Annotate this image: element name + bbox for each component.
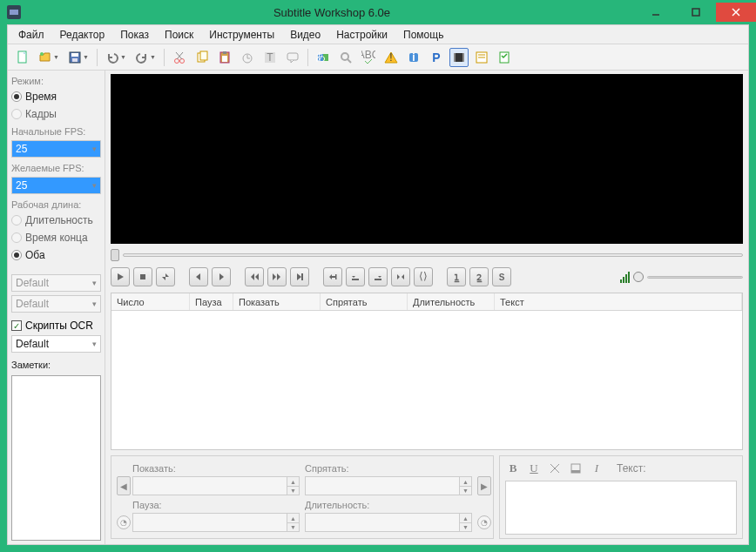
menu-editor[interactable]: Редактор (53, 27, 112, 43)
menu-settings[interactable]: Настройки (329, 27, 395, 43)
menu-file[interactable]: Файл (11, 27, 51, 43)
step-forward-button[interactable] (290, 267, 309, 286)
fastforward-button[interactable] (267, 267, 287, 286)
menu-help[interactable]: Помощь (396, 27, 450, 43)
notes-label: Заметки: (11, 360, 101, 370)
set-start-button[interactable] (346, 267, 365, 286)
duration-input[interactable]: ▲▼ (305, 513, 472, 532)
preview-icon[interactable] (472, 48, 491, 67)
play-button[interactable] (111, 267, 130, 286)
prev-sub-button[interactable] (189, 267, 208, 286)
translate-icon[interactable]: あ (314, 48, 333, 67)
minimize-button[interactable] (636, 3, 676, 22)
warning-icon[interactable]: ! (381, 48, 401, 67)
search-icon[interactable] (336, 48, 355, 67)
menu-view[interactable]: Показ (113, 27, 156, 43)
initial-fps-select[interactable]: 25 (11, 140, 101, 158)
set-end-button[interactable] (368, 267, 388, 286)
seek-track[interactable] (123, 253, 743, 257)
rewind-button[interactable] (245, 267, 264, 286)
video-preview[interactable] (111, 74, 743, 244)
seek-thumb[interactable] (111, 249, 119, 261)
timer-icon[interactable] (238, 48, 257, 67)
worklen-endtime-radio[interactable]: Время конца (11, 231, 101, 245)
sync-last-button[interactable]: 2̲ (469, 267, 489, 286)
ocr-scripts-checkbox[interactable]: ✓Скрипты OCR (11, 320, 101, 332)
col-duration[interactable]: Длительность (408, 293, 495, 310)
col-show[interactable]: Показать (233, 293, 321, 310)
col-hide[interactable]: Спрятать (321, 293, 408, 310)
svg-rect-34 (454, 53, 456, 62)
volume-knob[interactable] (633, 272, 644, 282)
close-button[interactable] (716, 3, 756, 22)
pause-clock-icon[interactable]: ◔ (117, 515, 131, 529)
italic-button[interactable]: I (589, 461, 604, 476)
worklen-duration-radio[interactable]: Длительность (11, 213, 101, 227)
add-sync-point-button[interactable]: S (492, 267, 511, 286)
undo-icon[interactable]: ▼ (103, 48, 129, 67)
sync-first-button[interactable]: 1̲ (447, 267, 466, 286)
spellcheck-icon[interactable]: ABC (359, 48, 378, 67)
show-label: Показать: (132, 463, 300, 474)
paste-icon[interactable] (215, 48, 234, 67)
video-preview-icon[interactable] (449, 48, 469, 67)
menu-video[interactable]: Видео (283, 27, 327, 43)
col-pause[interactable]: Пауза (190, 293, 233, 310)
col-number[interactable]: Число (111, 293, 190, 310)
pascal-icon[interactable]: P (427, 48, 446, 67)
menu-tools[interactable]: Инструменты (202, 27, 281, 43)
prev-subtitle-button[interactable]: ◀ (117, 476, 131, 495)
subtitle-text-input[interactable] (505, 481, 737, 535)
checklist-icon[interactable] (495, 48, 514, 67)
grid-rows[interactable] (111, 311, 742, 449)
cut-icon[interactable] (170, 48, 189, 67)
add-sync-button[interactable]: ⟨⟩ (414, 267, 433, 286)
mode-frames-radio[interactable]: Кадры (11, 107, 101, 121)
stop-button[interactable] (133, 267, 152, 286)
desired-fps-select[interactable]: 25 (11, 177, 101, 194)
maximize-button[interactable] (676, 3, 716, 22)
next-subtitle-button[interactable]: ▶ (477, 476, 491, 495)
pause-input[interactable]: ▲▼ (132, 513, 300, 532)
worklen-both-radio[interactable]: Оба (11, 248, 101, 262)
subtitle-grid[interactable]: Число Пауза Показать Спрятать Длительнос… (111, 293, 743, 450)
hide-time-input[interactable]: ▲▼ (305, 476, 472, 495)
underline-button[interactable]: U (526, 461, 542, 476)
next-sub-button[interactable] (212, 267, 231, 286)
redo-icon[interactable]: ▼ (132, 48, 159, 67)
scroll-toggle-button[interactable] (156, 267, 175, 286)
pause-label: Пауза: (132, 500, 300, 510)
charset-select-2[interactable]: Default (11, 295, 101, 313)
menu-search[interactable]: Поиск (158, 27, 200, 43)
volume-slider[interactable] (647, 276, 743, 279)
svg-point-5 (40, 52, 44, 56)
ocr-script-select[interactable]: Default (11, 335, 101, 353)
bold-button[interactable]: B (505, 461, 521, 476)
svg-line-28 (348, 59, 351, 63)
info-icon[interactable]: i (404, 48, 423, 67)
time-editor-panel: Показать: Спрятать: ◀ ▲▼ ▲▼ ▶ Пауза: Дли… (111, 455, 494, 539)
svg-rect-44 (375, 279, 381, 280)
move-sub-button[interactable] (323, 267, 342, 286)
start-end-button[interactable] (391, 267, 410, 286)
seek-slider[interactable] (111, 247, 743, 263)
copy-icon[interactable] (192, 48, 212, 67)
left-sidebar: Режим: Время Кадры Начальные FPS: 25 Жел… (8, 71, 105, 544)
new-file-icon[interactable] (13, 48, 32, 67)
mode-time-radio[interactable]: Время (11, 90, 101, 104)
volume-control (620, 271, 743, 283)
strike-button[interactable] (547, 461, 563, 476)
charset-select-1[interactable]: Default (11, 274, 101, 292)
open-file-icon[interactable]: ▼ (36, 48, 62, 67)
duration-clock-icon[interactable]: ◔ (477, 515, 491, 529)
show-time-input[interactable]: ▲▼ (132, 476, 300, 495)
notes-textarea[interactable] (11, 375, 101, 541)
text-icon[interactable]: T (260, 48, 280, 67)
svg-rect-35 (462, 53, 464, 62)
svg-line-12 (176, 52, 182, 59)
comment-icon[interactable] (283, 48, 302, 67)
color-button[interactable] (568, 461, 584, 476)
save-file-icon[interactable]: ▼ (65, 48, 91, 67)
col-text[interactable]: Текст (495, 293, 742, 310)
duration-label: Длительность: (305, 500, 472, 510)
